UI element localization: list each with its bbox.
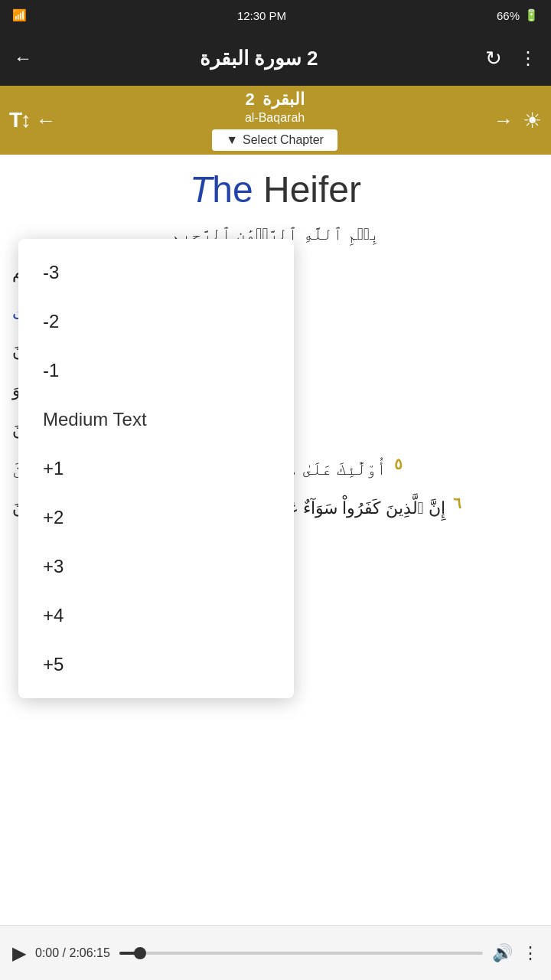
- next-chapter-button[interactable]: →: [494, 109, 514, 132]
- font-size-minus1[interactable]: -1: [18, 346, 294, 395]
- select-chapter-label: Select Chapter: [243, 133, 324, 147]
- app-title: 2 سورة البقرة: [200, 47, 318, 70]
- prev-chapter-button[interactable]: ←: [36, 109, 56, 132]
- battery-icon: 🔋: [524, 8, 539, 22]
- verse-num-6: ٦: [453, 494, 474, 512]
- surah-title: The Heifer: [12, 168, 539, 211]
- font-size-medium[interactable]: Medium Text: [18, 395, 294, 444]
- app-bar-icons: ↻ ⋮: [485, 48, 537, 68]
- toolbar-left: T↕ ←: [9, 108, 56, 132]
- font-size-minus2[interactable]: -2: [18, 297, 294, 346]
- play-button[interactable]: ▶: [12, 942, 26, 964]
- battery-text: 66%: [497, 9, 520, 22]
- font-size-plus3[interactable]: +3: [18, 542, 294, 591]
- chapter-latin-name: al-Baqarah: [245, 111, 305, 125]
- verse-num-5: ٥: [394, 455, 416, 473]
- volume-icon[interactable]: 🔊: [492, 943, 513, 963]
- audio-bar: ▶ 0:00 / 2:06:15 🔊 ⋮: [0, 925, 551, 980]
- back-button[interactable]: ←: [14, 49, 32, 67]
- audio-progress-bar[interactable]: [119, 952, 483, 955]
- status-bar: 📶 12:30 PM 66% 🔋: [0, 0, 551, 31]
- status-signal: 📶: [12, 8, 27, 22]
- font-size-dropdown: -3 -2 -1 Medium Text +1 +2 +3 +4 +5: [18, 239, 294, 698]
- more-button[interactable]: ⋮: [519, 49, 537, 67]
- font-size-plus5[interactable]: +5: [18, 640, 294, 689]
- chapter-arabic-name: البقرة: [262, 90, 305, 109]
- audio-progress-thumb: [134, 947, 146, 959]
- audio-time: 0:00 / 2:06:15: [35, 946, 110, 960]
- toolbar-center: 2 البقرة al-Baqarah ▼ Select Chapter: [212, 90, 337, 151]
- font-size-minus3[interactable]: -3: [18, 248, 294, 297]
- chapter-number: 2: [245, 90, 254, 109]
- font-size-plus1[interactable]: +1: [18, 444, 294, 493]
- font-size-plus4[interactable]: +4: [18, 591, 294, 640]
- audio-more-button[interactable]: ⋮: [522, 943, 539, 963]
- app-bar: ← 2 سورة البقرة ↻ ⋮: [0, 31, 551, 86]
- toolbar-right: → ☀: [494, 108, 542, 133]
- toolbar: T↕ ← 2 البقرة al-Baqarah ▼ Select Chapte…: [0, 86, 551, 155]
- font-size-button[interactable]: T↕: [9, 108, 30, 132]
- status-battery: 66% 🔋: [497, 8, 539, 22]
- select-chapter-button[interactable]: ▼ Select Chapter: [212, 129, 337, 151]
- brightness-button[interactable]: ☀: [523, 108, 542, 133]
- refresh-button[interactable]: ↻: [485, 48, 502, 68]
- select-chapter-arrow: ▼: [226, 133, 238, 147]
- status-time: 12:30 PM: [237, 9, 286, 22]
- chapter-num-name: 2 البقرة: [245, 90, 304, 109]
- font-size-plus2[interactable]: +2: [18, 493, 294, 542]
- signal-icon: 📶: [12, 8, 27, 22]
